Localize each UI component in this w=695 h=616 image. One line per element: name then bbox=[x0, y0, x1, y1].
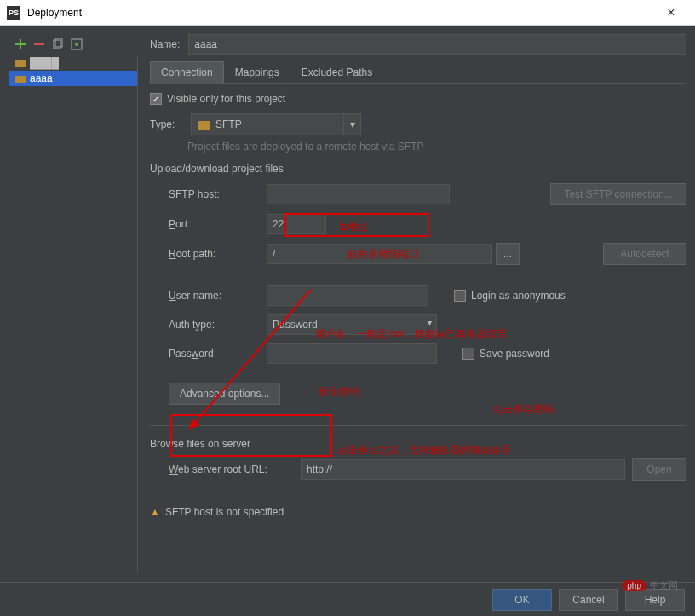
test-connection-button[interactable]: Test SFTP connection... bbox=[550, 183, 686, 205]
username-input[interactable] bbox=[267, 285, 428, 306]
bottom-bar: OK Cancel Help bbox=[0, 582, 695, 616]
cancel-button[interactable]: Cancel bbox=[559, 589, 618, 611]
add-icon[interactable] bbox=[14, 37, 27, 51]
sftp-host-input[interactable] bbox=[267, 184, 450, 204]
server-icon bbox=[14, 72, 26, 84]
tabs: Connection Mappings Excluded Paths bbox=[150, 61, 686, 84]
password-input[interactable] bbox=[267, 343, 437, 364]
tree-item-label: ████ bbox=[30, 57, 59, 69]
type-value: SFTP bbox=[215, 118, 343, 130]
content: ████ aaaa Name: Connection Mappings Excl… bbox=[0, 26, 695, 582]
save-password-label: Save password bbox=[480, 348, 549, 360]
type-select[interactable]: SFTP ▾ bbox=[191, 113, 361, 135]
tree-item-label: aaaa bbox=[30, 72, 53, 84]
auth-type-label: Auth type: bbox=[169, 319, 267, 331]
tab-excluded[interactable]: Excluded Paths bbox=[290, 61, 383, 83]
root-path-label: Root path: bbox=[169, 248, 267, 260]
ok-button[interactable]: OK bbox=[492, 589, 552, 611]
server-icon bbox=[14, 57, 26, 69]
chevron-down-icon: ▾ bbox=[343, 114, 360, 135]
tree-item-selected[interactable]: aaaa bbox=[9, 71, 137, 86]
login-anon-check[interactable]: Login as anonymous bbox=[454, 290, 566, 302]
default-icon[interactable] bbox=[70, 37, 83, 51]
tab-connection[interactable]: Connection bbox=[150, 61, 224, 84]
warning-icon: ▲ bbox=[150, 506, 160, 518]
port-label: Port: bbox=[169, 218, 267, 230]
sftp-host-label: SFTP host: bbox=[169, 188, 267, 200]
svg-rect-6 bbox=[198, 121, 210, 130]
remove-icon[interactable] bbox=[32, 37, 46, 51]
password-label: Password: bbox=[169, 348, 267, 360]
svg-rect-5 bbox=[15, 76, 26, 83]
save-password-check[interactable]: Save password bbox=[462, 348, 549, 360]
advanced-options-button[interactable]: Advanced options... bbox=[169, 383, 280, 405]
login-anon-label: Login as anonymous bbox=[471, 290, 566, 302]
sftp-icon bbox=[195, 116, 212, 133]
app-icon: PS bbox=[7, 6, 20, 20]
section-browse: Browse files on server bbox=[150, 438, 686, 450]
type-hint: Project files are deployed to a remote h… bbox=[187, 141, 686, 153]
check-icon: ✓ bbox=[150, 93, 162, 105]
svg-rect-4 bbox=[15, 60, 26, 67]
username-label: User name: bbox=[169, 290, 267, 302]
root-path-input[interactable] bbox=[267, 244, 492, 264]
open-button[interactable]: Open bbox=[632, 458, 686, 481]
watermark-badge: php bbox=[622, 580, 646, 591]
browse-button[interactable]: ... bbox=[496, 243, 520, 265]
name-input[interactable] bbox=[188, 34, 686, 55]
watermark: php 中文网 bbox=[622, 579, 678, 592]
name-label: Name: bbox=[150, 38, 180, 50]
visible-only-check[interactable]: ✓ Visible only for this project bbox=[150, 93, 686, 105]
divider bbox=[150, 425, 686, 426]
warning-text: SFTP host is not specified bbox=[165, 506, 284, 518]
copy-icon[interactable] bbox=[51, 37, 65, 51]
tab-mappings[interactable]: Mappings bbox=[224, 61, 290, 83]
window-title: Deployment bbox=[27, 7, 654, 19]
sidebar: ████ aaaa bbox=[9, 34, 138, 573]
checkbox-empty-icon bbox=[462, 348, 474, 360]
port-input[interactable] bbox=[267, 214, 326, 234]
close-icon[interactable]: × bbox=[654, 5, 688, 20]
web-url-input[interactable] bbox=[301, 459, 625, 480]
auth-type-select[interactable]: Password bbox=[267, 314, 437, 335]
visible-only-label: Visible only for this project bbox=[167, 93, 285, 105]
checkbox-empty-icon bbox=[454, 290, 466, 302]
web-url-label: Web server root URL: bbox=[169, 463, 301, 475]
section-upload: Upload/download project files bbox=[150, 163, 686, 175]
warning-row: ▲ SFTP host is not specified bbox=[150, 506, 686, 518]
tree-item[interactable]: ████ bbox=[9, 55, 137, 71]
watermark-text: 中文网 bbox=[650, 579, 678, 592]
sidebar-toolbar bbox=[9, 34, 138, 55]
server-tree[interactable]: ████ aaaa bbox=[9, 55, 138, 573]
main-panel: Name: Connection Mappings Excluded Paths… bbox=[138, 34, 686, 573]
svg-point-3 bbox=[75, 43, 78, 46]
type-label: Type: bbox=[150, 118, 182, 130]
autodetect-button[interactable]: Autodetect bbox=[603, 243, 686, 265]
titlebar: PS Deployment × bbox=[0, 0, 695, 26]
